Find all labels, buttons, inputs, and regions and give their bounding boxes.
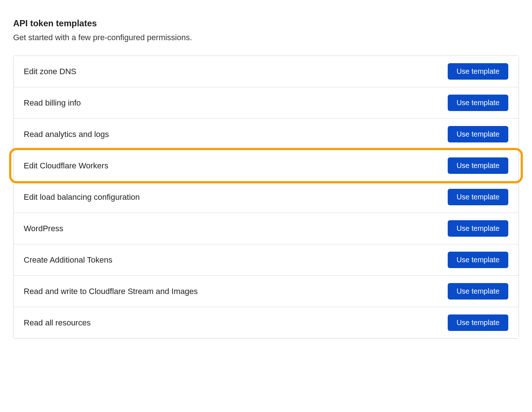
template-row-cloudflare-stream-images: Read and write to Cloudflare Stream and … — [14, 276, 518, 307]
template-label: Edit Cloudflare Workers — [24, 161, 108, 171]
template-row-wordpress: WordPress Use template — [14, 213, 518, 244]
template-label: WordPress — [24, 224, 63, 233]
template-row-read-all-resources: Read all resources Use template — [14, 307, 518, 338]
templates-table: Edit zone DNS Use template Read billing … — [13, 56, 519, 339]
template-row-edit-zone-dns: Edit zone DNS Use template — [14, 56, 518, 87]
template-label: Read billing info — [24, 98, 81, 108]
template-row-edit-load-balancing: Edit load balancing configuration Use te… — [14, 182, 518, 213]
use-template-button[interactable]: Use template — [448, 157, 508, 174]
use-template-button[interactable]: Use template — [448, 252, 508, 268]
use-template-button[interactable]: Use template — [448, 95, 508, 111]
use-template-button[interactable]: Use template — [448, 63, 508, 80]
template-label: Edit load balancing configuration — [24, 192, 140, 202]
template-label: Read all resources — [24, 318, 90, 328]
use-template-button[interactable]: Use template — [448, 126, 508, 142]
template-label: Edit zone DNS — [24, 67, 76, 76]
template-row-read-analytics-logs: Read analytics and logs Use template — [14, 119, 518, 150]
template-label: Read analytics and logs — [24, 130, 109, 139]
use-template-button[interactable]: Use template — [448, 220, 508, 237]
section-subtitle: Get started with a few pre-configured pe… — [13, 33, 519, 42]
template-row-create-additional-tokens: Create Additional Tokens Use template — [14, 244, 518, 276]
template-row-read-billing-info: Read billing info Use template — [14, 87, 518, 119]
template-row-edit-cloudflare-workers: Edit Cloudflare Workers Use template — [14, 150, 518, 182]
template-label: Read and write to Cloudflare Stream and … — [24, 287, 198, 296]
use-template-button[interactable]: Use template — [448, 283, 508, 300]
use-template-button[interactable]: Use template — [448, 189, 508, 205]
section-title: API token templates — [13, 18, 519, 28]
template-label: Create Additional Tokens — [24, 255, 112, 265]
use-template-button[interactable]: Use template — [448, 314, 508, 331]
